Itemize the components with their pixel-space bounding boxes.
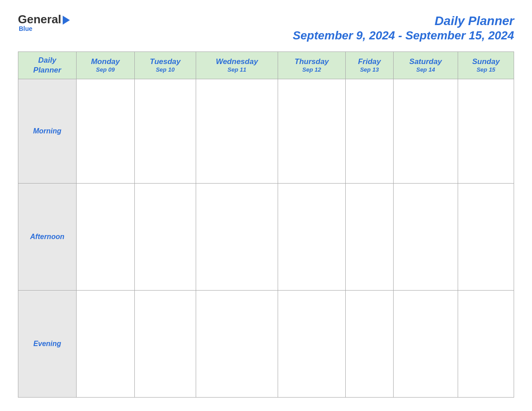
- day-date-wednesday: Sep 11: [198, 66, 276, 73]
- day-name-sunday: Sunday: [460, 57, 512, 66]
- header-monday: Monday Sep 09: [77, 51, 135, 79]
- morning-sunday[interactable]: [458, 79, 514, 183]
- title-block: Daily Planner September 9, 2024 - Septem…: [293, 13, 514, 43]
- logo-sub: Blue: [19, 25, 32, 32]
- day-date-saturday: Sep 14: [395, 66, 456, 73]
- header-saturday: Saturday Sep 14: [393, 51, 458, 79]
- evening-thursday[interactable]: [278, 290, 345, 397]
- evening-tuesday[interactable]: [134, 290, 196, 397]
- date-range: September 9, 2024 - September 15, 2024: [293, 29, 514, 43]
- morning-thursday[interactable]: [278, 79, 345, 183]
- evening-monday[interactable]: [77, 290, 135, 397]
- planner-table: DailyPlanner Monday Sep 09 Tuesday Sep 1…: [18, 51, 514, 398]
- morning-saturday[interactable]: [393, 79, 458, 183]
- day-name-thursday: Thursday: [280, 57, 343, 66]
- morning-row: Morning: [18, 79, 514, 183]
- evening-label: Evening: [18, 290, 77, 397]
- evening-friday[interactable]: [346, 290, 393, 397]
- morning-friday[interactable]: [346, 79, 393, 183]
- header: General Blue Daily Planner September 9, …: [18, 13, 514, 43]
- page: General Blue Daily Planner September 9, …: [0, 0, 532, 411]
- logo-text: General: [18, 13, 70, 25]
- evening-row: Evening: [18, 290, 514, 397]
- day-date-monday: Sep 09: [78, 66, 133, 73]
- afternoon-tuesday[interactable]: [134, 183, 196, 290]
- afternoon-friday[interactable]: [346, 183, 393, 290]
- header-thursday: Thursday Sep 12: [278, 51, 345, 79]
- morning-tuesday[interactable]: [134, 79, 196, 183]
- header-friday: Friday Sep 13: [346, 51, 393, 79]
- logo: General Blue: [18, 13, 70, 32]
- morning-monday[interactable]: [77, 79, 135, 183]
- header-label: DailyPlanner: [18, 51, 77, 79]
- day-name-monday: Monday: [78, 57, 133, 66]
- day-date-friday: Sep 13: [348, 66, 391, 73]
- planner-title: Daily Planner: [293, 13, 514, 29]
- day-date-sunday: Sep 15: [460, 66, 512, 73]
- header-wednesday: Wednesday Sep 11: [196, 51, 278, 79]
- afternoon-label: Afternoon: [18, 183, 77, 290]
- header-tuesday: Tuesday Sep 10: [134, 51, 196, 79]
- table-header-row: DailyPlanner Monday Sep 09 Tuesday Sep 1…: [18, 51, 514, 79]
- day-name-wednesday: Wednesday: [198, 57, 276, 66]
- day-name-saturday: Saturday: [395, 57, 456, 66]
- header-sunday: Sunday Sep 15: [458, 51, 514, 79]
- day-name-tuesday: Tuesday: [137, 57, 194, 66]
- afternoon-monday[interactable]: [77, 183, 135, 290]
- morning-label: Morning: [18, 79, 77, 183]
- afternoon-sunday[interactable]: [458, 183, 514, 290]
- day-date-tuesday: Sep 10: [137, 66, 194, 73]
- afternoon-thursday[interactable]: [278, 183, 345, 290]
- day-name-friday: Friday: [348, 57, 391, 66]
- afternoon-saturday[interactable]: [393, 183, 458, 290]
- afternoon-row: Afternoon: [18, 183, 514, 290]
- evening-wednesday[interactable]: [196, 290, 278, 397]
- morning-wednesday[interactable]: [196, 79, 278, 183]
- afternoon-wednesday[interactable]: [196, 183, 278, 290]
- evening-saturday[interactable]: [393, 290, 458, 397]
- day-date-thursday: Sep 12: [280, 66, 343, 73]
- evening-sunday[interactable]: [458, 290, 514, 397]
